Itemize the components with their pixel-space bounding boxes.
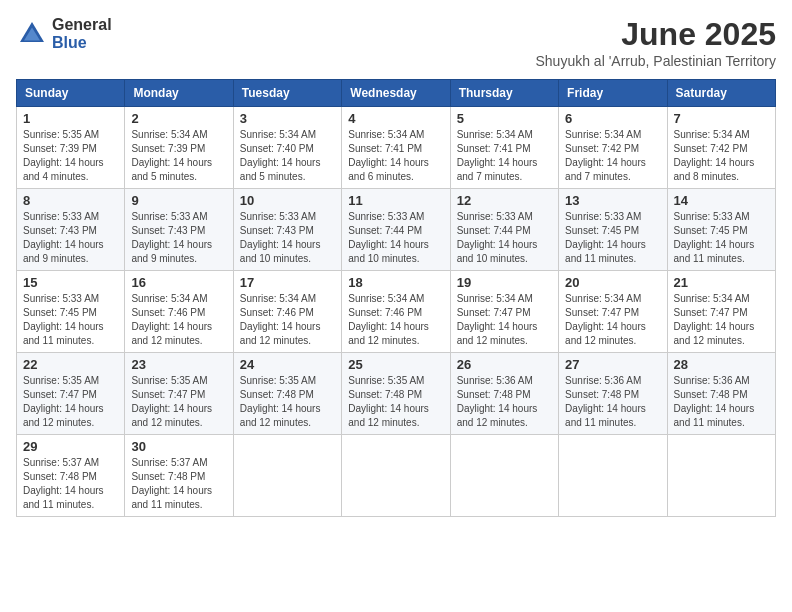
day-info: Sunrise: 5:35 AMSunset: 7:48 PMDaylight:…	[348, 374, 443, 430]
calendar-header-sunday: Sunday	[17, 80, 125, 107]
day-info: Sunrise: 5:34 AMSunset: 7:46 PMDaylight:…	[348, 292, 443, 348]
day-number: 24	[240, 357, 335, 372]
day-number: 4	[348, 111, 443, 126]
calendar-cell	[559, 435, 667, 517]
day-number: 22	[23, 357, 118, 372]
day-info: Sunrise: 5:34 AMSunset: 7:47 PMDaylight:…	[674, 292, 769, 348]
day-info: Sunrise: 5:34 AMSunset: 7:46 PMDaylight:…	[131, 292, 226, 348]
day-info: Sunrise: 5:34 AMSunset: 7:42 PMDaylight:…	[565, 128, 660, 184]
day-number: 28	[674, 357, 769, 372]
calendar-cell: 9Sunrise: 5:33 AMSunset: 7:43 PMDaylight…	[125, 189, 233, 271]
day-number: 3	[240, 111, 335, 126]
calendar-cell: 13Sunrise: 5:33 AMSunset: 7:45 PMDayligh…	[559, 189, 667, 271]
day-info: Sunrise: 5:34 AMSunset: 7:39 PMDaylight:…	[131, 128, 226, 184]
calendar-cell: 19Sunrise: 5:34 AMSunset: 7:47 PMDayligh…	[450, 271, 558, 353]
day-number: 16	[131, 275, 226, 290]
calendar-header-wednesday: Wednesday	[342, 80, 450, 107]
calendar-cell: 6Sunrise: 5:34 AMSunset: 7:42 PMDaylight…	[559, 107, 667, 189]
logo: General Blue	[16, 16, 112, 51]
day-info: Sunrise: 5:33 AMSunset: 7:43 PMDaylight:…	[240, 210, 335, 266]
day-info: Sunrise: 5:37 AMSunset: 7:48 PMDaylight:…	[131, 456, 226, 512]
calendar-cell: 28Sunrise: 5:36 AMSunset: 7:48 PMDayligh…	[667, 353, 775, 435]
day-info: Sunrise: 5:34 AMSunset: 7:46 PMDaylight:…	[240, 292, 335, 348]
calendar-cell: 26Sunrise: 5:36 AMSunset: 7:48 PMDayligh…	[450, 353, 558, 435]
day-number: 30	[131, 439, 226, 454]
calendar-cell	[450, 435, 558, 517]
day-number: 11	[348, 193, 443, 208]
day-info: Sunrise: 5:33 AMSunset: 7:45 PMDaylight:…	[23, 292, 118, 348]
calendar-header-thursday: Thursday	[450, 80, 558, 107]
calendar-week-row: 1Sunrise: 5:35 AMSunset: 7:39 PMDaylight…	[17, 107, 776, 189]
day-info: Sunrise: 5:37 AMSunset: 7:48 PMDaylight:…	[23, 456, 118, 512]
calendar-cell	[233, 435, 341, 517]
calendar-cell: 1Sunrise: 5:35 AMSunset: 7:39 PMDaylight…	[17, 107, 125, 189]
day-info: Sunrise: 5:34 AMSunset: 7:42 PMDaylight:…	[674, 128, 769, 184]
calendar-cell: 7Sunrise: 5:34 AMSunset: 7:42 PMDaylight…	[667, 107, 775, 189]
calendar-cell: 30Sunrise: 5:37 AMSunset: 7:48 PMDayligh…	[125, 435, 233, 517]
calendar-header-saturday: Saturday	[667, 80, 775, 107]
day-info: Sunrise: 5:33 AMSunset: 7:45 PMDaylight:…	[674, 210, 769, 266]
calendar-cell: 15Sunrise: 5:33 AMSunset: 7:45 PMDayligh…	[17, 271, 125, 353]
day-info: Sunrise: 5:36 AMSunset: 7:48 PMDaylight:…	[674, 374, 769, 430]
calendar-week-row: 15Sunrise: 5:33 AMSunset: 7:45 PMDayligh…	[17, 271, 776, 353]
calendar-cell: 23Sunrise: 5:35 AMSunset: 7:47 PMDayligh…	[125, 353, 233, 435]
day-info: Sunrise: 5:34 AMSunset: 7:47 PMDaylight:…	[565, 292, 660, 348]
calendar-cell: 20Sunrise: 5:34 AMSunset: 7:47 PMDayligh…	[559, 271, 667, 353]
day-number: 21	[674, 275, 769, 290]
calendar-cell: 5Sunrise: 5:34 AMSunset: 7:41 PMDaylight…	[450, 107, 558, 189]
day-info: Sunrise: 5:34 AMSunset: 7:41 PMDaylight:…	[457, 128, 552, 184]
calendar-cell: 24Sunrise: 5:35 AMSunset: 7:48 PMDayligh…	[233, 353, 341, 435]
logo-icon	[16, 18, 48, 50]
calendar-header-monday: Monday	[125, 80, 233, 107]
calendar-header-friday: Friday	[559, 80, 667, 107]
header: General Blue June 2025 Shuyukh al 'Arrub…	[16, 16, 776, 69]
day-number: 26	[457, 357, 552, 372]
calendar-week-row: 22Sunrise: 5:35 AMSunset: 7:47 PMDayligh…	[17, 353, 776, 435]
day-number: 8	[23, 193, 118, 208]
calendar-cell: 8Sunrise: 5:33 AMSunset: 7:43 PMDaylight…	[17, 189, 125, 271]
calendar-cell: 29Sunrise: 5:37 AMSunset: 7:48 PMDayligh…	[17, 435, 125, 517]
day-info: Sunrise: 5:34 AMSunset: 7:40 PMDaylight:…	[240, 128, 335, 184]
day-number: 12	[457, 193, 552, 208]
calendar-cell: 2Sunrise: 5:34 AMSunset: 7:39 PMDaylight…	[125, 107, 233, 189]
calendar-week-row: 29Sunrise: 5:37 AMSunset: 7:48 PMDayligh…	[17, 435, 776, 517]
month-title: June 2025	[535, 16, 776, 53]
calendar-cell: 3Sunrise: 5:34 AMSunset: 7:40 PMDaylight…	[233, 107, 341, 189]
day-info: Sunrise: 5:36 AMSunset: 7:48 PMDaylight:…	[457, 374, 552, 430]
calendar-cell: 22Sunrise: 5:35 AMSunset: 7:47 PMDayligh…	[17, 353, 125, 435]
day-number: 10	[240, 193, 335, 208]
day-number: 20	[565, 275, 660, 290]
calendar-cell: 21Sunrise: 5:34 AMSunset: 7:47 PMDayligh…	[667, 271, 775, 353]
day-number: 18	[348, 275, 443, 290]
subtitle: Shuyukh al 'Arrub, Palestinian Territory	[535, 53, 776, 69]
day-info: Sunrise: 5:33 AMSunset: 7:43 PMDaylight:…	[131, 210, 226, 266]
day-number: 9	[131, 193, 226, 208]
calendar-cell: 17Sunrise: 5:34 AMSunset: 7:46 PMDayligh…	[233, 271, 341, 353]
day-info: Sunrise: 5:33 AMSunset: 7:44 PMDaylight:…	[348, 210, 443, 266]
day-number: 19	[457, 275, 552, 290]
day-number: 25	[348, 357, 443, 372]
day-number: 6	[565, 111, 660, 126]
day-info: Sunrise: 5:35 AMSunset: 7:47 PMDaylight:…	[131, 374, 226, 430]
calendar-table: SundayMondayTuesdayWednesdayThursdayFrid…	[16, 79, 776, 517]
day-info: Sunrise: 5:36 AMSunset: 7:48 PMDaylight:…	[565, 374, 660, 430]
calendar-cell: 14Sunrise: 5:33 AMSunset: 7:45 PMDayligh…	[667, 189, 775, 271]
day-number: 13	[565, 193, 660, 208]
day-number: 15	[23, 275, 118, 290]
day-number: 14	[674, 193, 769, 208]
day-info: Sunrise: 5:33 AMSunset: 7:44 PMDaylight:…	[457, 210, 552, 266]
day-number: 5	[457, 111, 552, 126]
day-number: 27	[565, 357, 660, 372]
logo-text: General Blue	[52, 16, 112, 51]
day-info: Sunrise: 5:35 AMSunset: 7:48 PMDaylight:…	[240, 374, 335, 430]
calendar-cell: 18Sunrise: 5:34 AMSunset: 7:46 PMDayligh…	[342, 271, 450, 353]
calendar-cell: 10Sunrise: 5:33 AMSunset: 7:43 PMDayligh…	[233, 189, 341, 271]
calendar-cell: 4Sunrise: 5:34 AMSunset: 7:41 PMDaylight…	[342, 107, 450, 189]
calendar-cell: 12Sunrise: 5:33 AMSunset: 7:44 PMDayligh…	[450, 189, 558, 271]
day-number: 23	[131, 357, 226, 372]
day-info: Sunrise: 5:34 AMSunset: 7:47 PMDaylight:…	[457, 292, 552, 348]
calendar-cell: 27Sunrise: 5:36 AMSunset: 7:48 PMDayligh…	[559, 353, 667, 435]
day-info: Sunrise: 5:33 AMSunset: 7:43 PMDaylight:…	[23, 210, 118, 266]
day-number: 1	[23, 111, 118, 126]
calendar-cell: 25Sunrise: 5:35 AMSunset: 7:48 PMDayligh…	[342, 353, 450, 435]
